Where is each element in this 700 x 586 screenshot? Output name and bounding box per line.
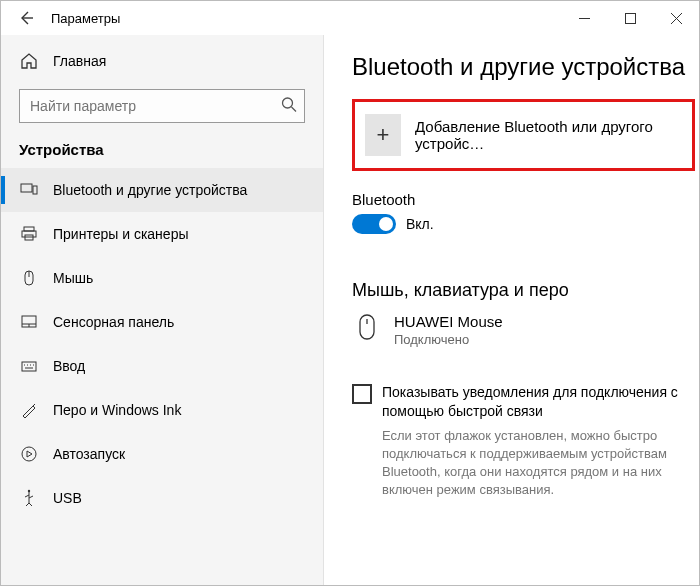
home-link[interactable]: Главная (1, 41, 323, 81)
home-icon (19, 52, 39, 70)
swift-pair-row: Показывать уведомления для подключения с… (352, 383, 685, 421)
sidebar-item-pen[interactable]: Перо и Windows Ink (1, 388, 323, 432)
devices-heading: Мышь, клавиатура и перо (352, 280, 699, 301)
home-label: Главная (53, 53, 106, 69)
device-status: Подключено (394, 332, 503, 347)
pen-icon (19, 401, 39, 419)
close-button[interactable] (653, 1, 699, 35)
bluetooth-toggle-row: Вкл. (352, 214, 699, 234)
search-wrap (19, 89, 305, 123)
swift-pair-label: Показывать уведомления для подключения с… (382, 383, 685, 421)
sidebar-item-label: Принтеры и сканеры (53, 226, 188, 242)
category-header: Устройства (1, 133, 323, 168)
svg-rect-9 (22, 362, 36, 371)
search-input[interactable] (19, 89, 305, 123)
svg-point-11 (28, 490, 30, 492)
device-item[interactable]: HUAWEI Mouse Подключено (352, 313, 699, 347)
printer-icon (19, 225, 39, 243)
settings-window: Параметры Главная Устройства (0, 0, 700, 586)
add-device-highlight: + Добавление Bluetooth или другого устро… (352, 99, 695, 171)
search-icon (281, 97, 297, 116)
back-button[interactable] (9, 1, 43, 35)
sidebar-item-typing[interactable]: Ввод (1, 344, 323, 388)
window-controls (561, 1, 699, 35)
keyboard-icon (19, 357, 39, 375)
sidebar-item-label: Bluetooth и другие устройства (53, 182, 247, 198)
device-text: HUAWEI Mouse Подключено (394, 313, 503, 347)
sidebar-item-usb[interactable]: USB (1, 476, 323, 520)
swift-pair-helper: Если этот флажок установлен, можно быстр… (352, 427, 685, 500)
body: Главная Устройства Bluetooth и другие ус… (1, 35, 699, 585)
mouse-device-icon (354, 313, 380, 341)
plus-icon: + (365, 114, 401, 156)
svg-rect-12 (360, 315, 374, 339)
usb-icon (19, 489, 39, 507)
bluetooth-toggle[interactable] (352, 214, 396, 234)
svg-rect-0 (625, 13, 635, 23)
svg-rect-2 (21, 184, 32, 192)
swift-pair-checkbox[interactable] (352, 384, 372, 404)
svg-point-10 (22, 447, 36, 461)
minimize-button[interactable] (561, 1, 607, 35)
sidebar-item-label: Сенсорная панель (53, 314, 174, 330)
maximize-button[interactable] (607, 1, 653, 35)
arrow-left-icon (18, 10, 34, 26)
add-device-button[interactable]: + Добавление Bluetooth или другого устро… (365, 112, 682, 158)
svg-point-1 (283, 98, 293, 108)
sidebar-item-label: Ввод (53, 358, 85, 374)
page-title: Bluetooth и другие устройства (352, 53, 699, 81)
bluetooth-toggle-label: Вкл. (406, 216, 434, 232)
sidebar-item-touchpad[interactable]: Сенсорная панель (1, 300, 323, 344)
device-name: HUAWEI Mouse (394, 313, 503, 330)
autoplay-icon (19, 445, 39, 463)
sidebar: Главная Устройства Bluetooth и другие ус… (1, 35, 324, 585)
svg-rect-4 (24, 227, 34, 231)
touchpad-icon (19, 313, 39, 331)
sidebar-item-label: Перо и Windows Ink (53, 402, 181, 418)
svg-rect-3 (33, 186, 37, 194)
main-panel: Bluetooth и другие устройства + Добавлен… (324, 35, 699, 585)
svg-rect-5 (22, 231, 36, 237)
sidebar-item-mouse[interactable]: Мышь (1, 256, 323, 300)
mouse-icon (19, 269, 39, 287)
sidebar-item-label: Автозапуск (53, 446, 125, 462)
add-device-label: Добавление Bluetooth или другого устройс… (415, 118, 682, 152)
devices-icon (19, 181, 39, 199)
titlebar: Параметры (1, 1, 699, 35)
bluetooth-heading: Bluetooth (352, 191, 699, 208)
sidebar-item-label: Мышь (53, 270, 93, 286)
sidebar-item-printers[interactable]: Принтеры и сканеры (1, 212, 323, 256)
sidebar-item-label: USB (53, 490, 82, 506)
window-title: Параметры (51, 11, 120, 26)
sidebar-item-autoplay[interactable]: Автозапуск (1, 432, 323, 476)
sidebar-item-bluetooth[interactable]: Bluetooth и другие устройства (1, 168, 323, 212)
